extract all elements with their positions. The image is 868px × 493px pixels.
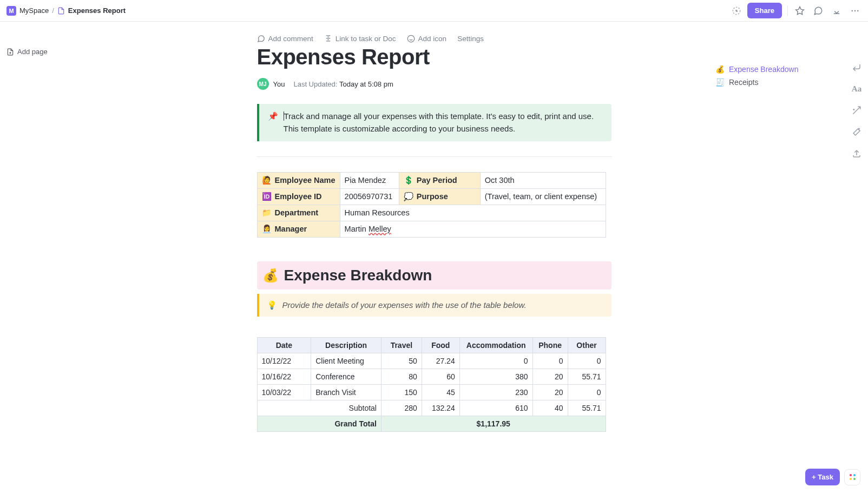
breadcrumb-space[interactable]: MySpace [19, 6, 49, 15]
subtotal-travel: 280 [381, 400, 422, 416]
cell-accommodation[interactable]: 230 [459, 385, 532, 400]
cell-travel[interactable]: 150 [381, 385, 422, 400]
cell-other[interactable]: 0 [568, 385, 606, 400]
th-phone: Phone [532, 338, 568, 353]
th-date: Date [257, 338, 311, 353]
new-task-button[interactable]: + Task [805, 469, 840, 485]
pay-period-label: Pay Period [417, 176, 457, 185]
link-task-button[interactable]: Link to task or Doc [324, 35, 396, 43]
cell-date[interactable]: 10/16/22 [257, 369, 311, 385]
cell-description[interactable]: Client Meeting [311, 353, 382, 369]
purpose-value[interactable]: (Travel, team, or client expense) [480, 189, 606, 205]
money-icon: 💰 [262, 268, 279, 283]
cell-description[interactable]: Branch Visit [311, 385, 382, 400]
topbar: M MySpace / Expenses Report Share [0, 0, 868, 22]
author-name[interactable]: You [273, 80, 285, 88]
cell-other[interactable]: 55.71 [568, 369, 606, 385]
outline-item[interactable]: 💰Expense Breakdown [715, 63, 840, 76]
apps-button[interactable] [844, 469, 860, 485]
settings-label: Settings [457, 35, 484, 43]
table-row[interactable]: 10/03/22Branch Visit15045230200 [257, 385, 606, 400]
department-value[interactable]: Human Resources [340, 205, 606, 221]
star-icon[interactable] [793, 4, 806, 17]
cell-phone[interactable]: 20 [532, 369, 568, 385]
add-comment-button[interactable]: Add comment [257, 35, 313, 43]
magic-icon[interactable] [852, 106, 862, 115]
manager-value[interactable]: Martin Melley [340, 221, 606, 238]
comment-icon[interactable] [812, 4, 825, 17]
cell-food[interactable]: 60 [422, 369, 459, 385]
page-title[interactable]: Expenses Report [257, 45, 611, 69]
font-icon[interactable]: Aa [852, 84, 862, 94]
floating-actions: + Task [805, 469, 860, 485]
th-description: Description [311, 338, 382, 353]
add-page-button[interactable]: Add page [6, 48, 60, 56]
add-page-icon [6, 48, 14, 56]
space-icon[interactable]: M [6, 6, 16, 16]
cell-date[interactable]: 10/03/22 [257, 385, 311, 400]
topbar-right: Share [731, 3, 862, 18]
more-icon[interactable] [849, 4, 862, 17]
cell-travel[interactable]: 50 [381, 353, 422, 369]
cell-other[interactable]: 0 [568, 353, 606, 369]
pay-period-value[interactable]: Oct 30th [480, 173, 606, 189]
hint-text: Provide the details of your expenses wit… [282, 300, 527, 310]
cell-description[interactable]: Conference [311, 369, 382, 385]
updated-time: Today at 5:08 pm [339, 80, 393, 88]
banner-text: Track and manage all your expenses with … [284, 111, 594, 133]
settings-button[interactable]: Settings [457, 35, 484, 43]
svg-point-1 [735, 10, 737, 11]
section-expense-breakdown[interactable]: 💰 Expense Breakdown [257, 261, 611, 290]
table-row[interactable]: 10/16/22Conference80603802055.71 [257, 369, 606, 385]
wand-icon[interactable] [852, 127, 862, 137]
outline-item[interactable]: 🧾Receipts [715, 76, 840, 89]
breadcrumb: M MySpace / Expenses Report [6, 6, 126, 16]
add-comment-label: Add comment [268, 35, 313, 43]
cell-phone[interactable]: 20 [532, 385, 568, 400]
cell-travel[interactable]: 80 [381, 369, 422, 385]
grand-total-label: Grand Total [257, 416, 381, 432]
cell-food[interactable]: 27.24 [422, 353, 459, 369]
pin-icon: 📌 [268, 110, 278, 135]
indent-icon[interactable] [852, 63, 862, 73]
subtotal-accommodation: 610 [459, 400, 532, 416]
link-icon [324, 35, 332, 43]
section-title: Expense Breakdown [284, 267, 432, 284]
grand-total-value: $1,117.95 [381, 416, 606, 432]
doc-actions: Add comment Link to task or Doc Add icon… [257, 35, 611, 43]
employee-name-value[interactable]: Pia Mendez [340, 173, 399, 189]
left-panel: Add page [0, 22, 60, 56]
subtotal-phone: 40 [532, 400, 568, 416]
cell-accommodation[interactable]: 380 [459, 369, 532, 385]
cell-food[interactable]: 45 [422, 385, 459, 400]
add-icon-button[interactable]: Add icon [407, 35, 447, 43]
sync-icon[interactable] [731, 5, 742, 16]
cell-date[interactable]: 10/12/22 [257, 353, 311, 369]
table-row[interactable]: 10/12/22Client Meeting5027.24000 [257, 353, 606, 369]
svg-point-5 [854, 10, 856, 11]
expense-table[interactable]: Date Description Travel Food Accommodati… [257, 337, 606, 432]
document-body: Add comment Link to task or Doc Add icon… [257, 22, 611, 493]
add-icon-label: Add icon [418, 35, 447, 43]
breadcrumb-doc[interactable]: Expenses Report [68, 6, 126, 15]
add-page-label: Add page [17, 48, 48, 56]
collapse-icon[interactable] [830, 4, 843, 17]
svg-point-9 [407, 35, 415, 42]
subtotal-label: Subtotal [257, 400, 381, 416]
banner-callout[interactable]: 📌 Track and manage all your expenses wit… [257, 104, 611, 141]
outline-label: Expense Breakdown [729, 65, 798, 74]
employee-id-value[interactable]: 20056970731 [340, 189, 399, 205]
bulb-icon: 💡 [267, 300, 277, 310]
hint-callout[interactable]: 💡 Provide the details of your expenses w… [257, 294, 611, 317]
export-icon[interactable] [852, 149, 862, 159]
cell-phone[interactable]: 0 [532, 353, 568, 369]
manager-label: Manager [275, 225, 307, 233]
comment-icon [257, 35, 265, 43]
link-task-label: Link to task or Doc [336, 35, 396, 43]
employee-info-table[interactable]: 🙋 Employee Name Pia Mendez 💲 Pay Period … [257, 172, 606, 238]
employee-id-label: Employee ID [275, 192, 322, 201]
share-button[interactable]: Share [747, 3, 782, 18]
avatar[interactable]: MJ [257, 78, 269, 90]
breadcrumb-separator: / [52, 6, 54, 15]
cell-accommodation[interactable]: 0 [459, 353, 532, 369]
